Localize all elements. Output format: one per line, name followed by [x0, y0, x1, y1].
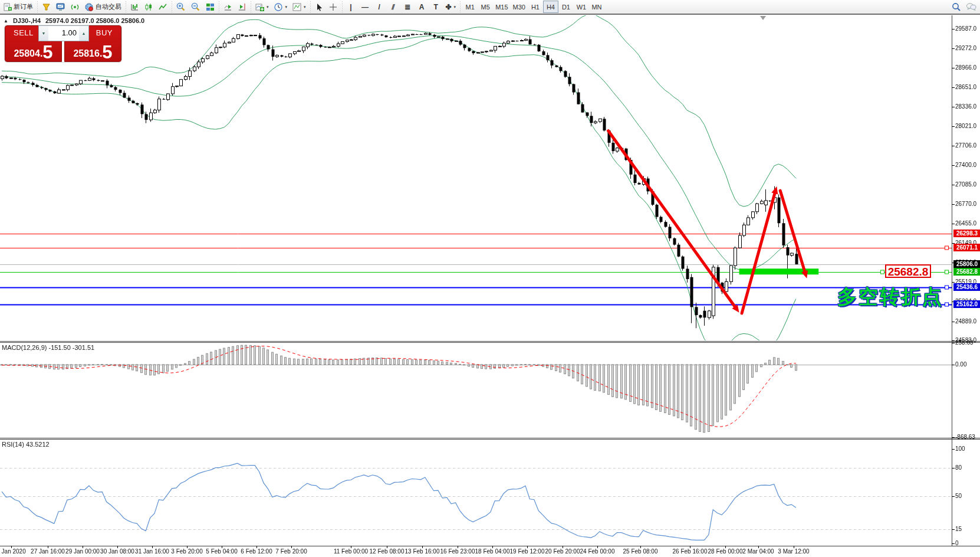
one-click-trading-panel: SELL 25804.5 BUY 25816.5 ▼ 1.00 ▲ [5, 25, 121, 62]
candlestick-mode-icon[interactable] [142, 1, 156, 13]
price-tick-label: 26770.0 [955, 201, 976, 207]
time-axis-label: 29 Jan 00:00 [65, 548, 100, 555]
symbol-ohlc: 25974.0 26197.0 25806.0 25806.0 [45, 17, 144, 24]
sell-label: SELL [14, 28, 34, 37]
timeframe-h4[interactable]: H4 [543, 1, 558, 13]
time-axis-label: 12 Feb 08:00 [370, 548, 405, 555]
rsi-axis-label: 0 [955, 540, 959, 546]
time-axis-label: 3 Feb 20:00 [171, 548, 202, 555]
search-icon[interactable] [949, 1, 963, 13]
fibonacci-tool[interactable]: ≣ [401, 1, 415, 13]
price-line-label: 26071.1 [953, 244, 980, 251]
new-order-button[interactable]: 新订单 [1, 1, 35, 13]
price-line-label: 25806.0 [953, 260, 980, 268]
timeframe-d1[interactable]: D1 [558, 1, 574, 13]
price-tick-label: 29272.0 [955, 45, 976, 51]
buy-label: BUY [96, 28, 113, 37]
timeframe-mn[interactable]: MN [589, 1, 604, 13]
time-axis-label: 7 Feb 20:00 [275, 548, 307, 555]
time-axis-label: 25 Feb 08:00 [623, 548, 658, 555]
timeframe-h1[interactable]: H1 [528, 1, 543, 13]
time-axis-label: 28 Feb 00:00 [708, 548, 743, 555]
mt4-window: { "toolbar": { "new_order_label": "新订单",… [0, 0, 980, 557]
chart-canvas[interactable] [0, 0, 980, 557]
time-axis-label: 30 Jan 08:00 [100, 548, 134, 555]
trendline-tool[interactable]: / [373, 1, 386, 13]
cursor-icon[interactable] [313, 1, 326, 13]
toolbar-separator [460, 1, 461, 13]
time-axis-label: 16 Feb 23:00 [440, 548, 475, 555]
toolbar-separator [251, 1, 251, 13]
signal-icon[interactable] [68, 1, 82, 13]
bar-chart-mode-icon[interactable] [128, 1, 142, 13]
time-axis-label: 6 Feb 12:00 [241, 548, 272, 555]
chart-shift-icon[interactable] [235, 1, 249, 13]
price-tick-label: 28966.0 [955, 64, 976, 71]
zoom-out-icon[interactable] [189, 1, 203, 13]
autotrading-label: 自动交易 [96, 2, 121, 11]
add-indicator-button[interactable]: ▾ [253, 1, 271, 13]
chevron-down-icon: ▾ [285, 5, 288, 9]
price-line-label: 26298.3 [953, 230, 980, 237]
time-axis-label: 18 Feb 04:00 [475, 548, 510, 555]
line-chart-mode-icon[interactable] [156, 1, 170, 13]
volume-input[interactable]: 1.00 [48, 26, 79, 41]
price-tick-label: 28336.0 [955, 103, 976, 110]
time-axis-label: 20 Feb 20:00 [545, 548, 580, 555]
time-axis-label: 31 Jan 16:00 [135, 548, 169, 555]
time-axis-label: 27 Jan 16:00 [31, 548, 65, 555]
rsi-axis-label: 100 [955, 445, 965, 452]
timeframe-w1[interactable]: W1 [574, 1, 589, 13]
toolbar-separator [219, 1, 219, 13]
price-tick-label: 26455.0 [955, 220, 976, 227]
timeframe-m30[interactable]: M30 [511, 1, 528, 13]
price-tick-label: 29587.0 [955, 25, 976, 32]
zoom-in-icon[interactable] [174, 1, 188, 13]
crosshair-icon[interactable] [327, 1, 340, 13]
timeframe-m15[interactable]: M15 [493, 1, 510, 13]
label-tool[interactable]: T [429, 1, 443, 13]
vertical-line-tool[interactable]: | [344, 1, 358, 13]
toolbar-separator [310, 1, 311, 13]
chevron-down-icon: ▾ [454, 5, 456, 9]
rsi-indicator-label: RSI(14) 43.5212 [2, 441, 50, 448]
macd-axis-label: 258.63 [955, 339, 974, 346]
price-line-label: 25436.6 [953, 283, 980, 291]
rsi-axis-label: 80 [955, 464, 962, 471]
price-line-label: 25682.8 [953, 268, 980, 276]
time-axis-label: 26 Feb 16:00 [673, 548, 708, 555]
chart-shift-marker[interactable] [760, 16, 766, 20]
autotrading-icon [85, 3, 94, 11]
price-tick-label: 27085.0 [955, 181, 976, 188]
auto-scroll-icon[interactable] [221, 1, 235, 13]
periods-button[interactable]: ▾ [272, 1, 290, 13]
timeframe-bar: M1M5M15M30H1H4D1W1MN [462, 1, 604, 13]
funnel-icon[interactable] [40, 1, 53, 13]
arrows-tool[interactable]: ✤ ▾ [443, 1, 459, 13]
price-line-label: 25162.0 [953, 300, 980, 308]
volume-decrease-button[interactable]: ▼ [39, 26, 48, 41]
volume-increase-button[interactable]: ▲ [79, 26, 88, 41]
channel-tool[interactable]: ⫽ [387, 1, 400, 13]
toolbar-separator [37, 1, 38, 13]
autotrading-button[interactable]: 自动交易 [83, 1, 124, 13]
macd-axis-label: -868.63 [955, 434, 975, 440]
toolbar-separator [172, 1, 172, 13]
horizontal-line-tool[interactable]: — [359, 1, 372, 13]
new-order-icon [4, 3, 12, 11]
text-tool[interactable]: A [415, 1, 429, 13]
terminal-icon[interactable] [54, 1, 68, 13]
timeframe-m1[interactable]: M1 [462, 1, 478, 13]
time-axis-label: 2 Mar 04:00 [742, 548, 774, 555]
rsi-axis-label: 50 [955, 493, 962, 499]
timeframe-m5[interactable]: M5 [478, 1, 493, 13]
symbol-name: DJ30-,H4 [13, 17, 41, 24]
macd-indicator-label: MACD(12,26,9) -151.50 -301.51 [2, 344, 94, 351]
time-axis-label: 19 Feb 12:00 [510, 548, 545, 555]
new-order-label: 新订单 [14, 2, 33, 11]
volume-box: ▼ 1.00 ▲ [38, 25, 89, 41]
price-tag-annotation[interactable]: 25682.8 [885, 264, 931, 278]
chat-icon[interactable] [963, 1, 979, 13]
tile-windows-icon[interactable] [203, 1, 217, 13]
templates-button[interactable]: ▾ [290, 1, 308, 13]
